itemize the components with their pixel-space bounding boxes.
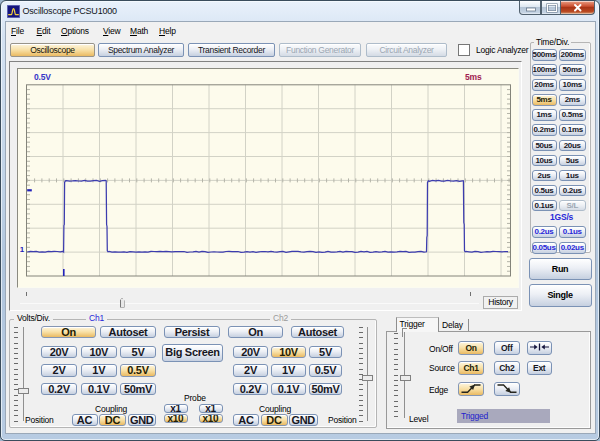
svg-text:1: 1	[20, 245, 25, 254]
